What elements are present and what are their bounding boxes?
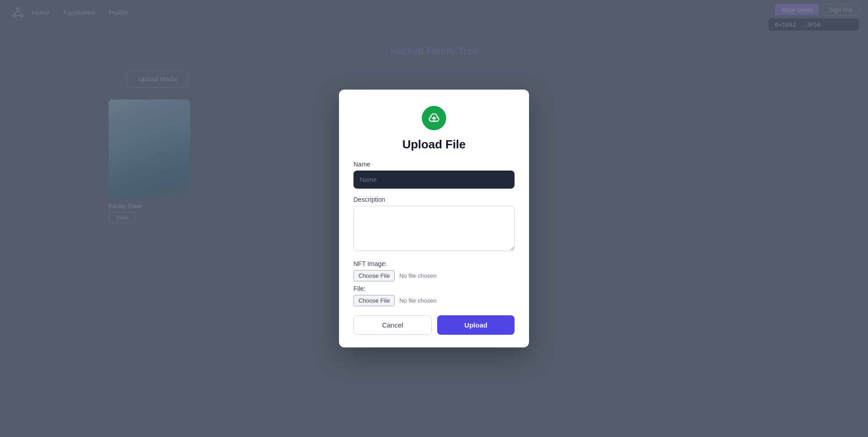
- file-input-wrapper: Choose File No file chosen: [353, 295, 515, 306]
- nft-image-label: NFT Image:: [353, 260, 515, 267]
- upload-button[interactable]: Upload: [437, 315, 515, 335]
- cloud-upload-icon: [422, 106, 446, 130]
- modal-actions: Cancel Upload: [353, 315, 515, 335]
- modal-icon-wrapper: [353, 106, 515, 130]
- description-label: Description: [353, 196, 515, 203]
- file-section: File: Choose File No file chosen: [353, 285, 515, 306]
- nft-image-section: NFT Image: Choose File No file chosen: [353, 260, 515, 281]
- file-choose-file-button[interactable]: Choose File: [353, 295, 395, 306]
- upload-svg: [428, 112, 440, 124]
- nft-no-file-text: No file chosen: [399, 272, 436, 279]
- modal-title: Upload File: [353, 138, 515, 152]
- name-input[interactable]: [353, 171, 515, 189]
- nft-file-input-wrapper: Choose File No file chosen: [353, 270, 515, 281]
- nft-choose-file-button[interactable]: Choose File: [353, 270, 395, 281]
- name-label: Name: [353, 161, 515, 168]
- file-label: File:: [353, 285, 515, 292]
- cancel-button[interactable]: Cancel: [353, 315, 432, 335]
- upload-modal: Upload File Name Description NFT Image: …: [339, 90, 529, 347]
- description-textarea[interactable]: [353, 206, 515, 251]
- file-no-file-text: No file chosen: [399, 297, 436, 304]
- modal-overlay: Upload File Name Description NFT Image: …: [0, 0, 868, 437]
